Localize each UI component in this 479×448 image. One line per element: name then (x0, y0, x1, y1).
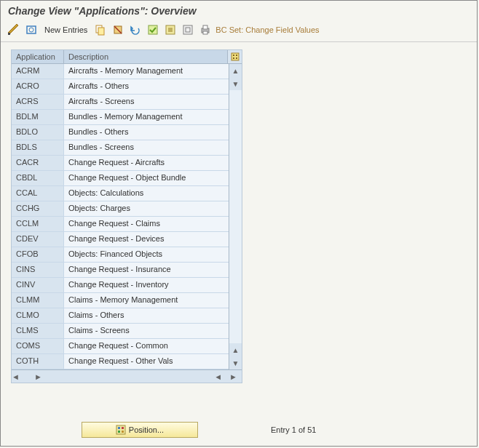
vertical-scrollbar[interactable]: ▲ ▼ ▲ ▼ (229, 64, 242, 369)
cell-description[interactable]: Claims - Memory Management (64, 293, 242, 308)
table-row[interactable]: ACROAircrafts - Others (12, 79, 242, 95)
table-row[interactable]: CLMMClaims - Memory Management (12, 293, 242, 308)
svg-rect-6 (149, 25, 157, 34)
footer-bar: Position... Entry 1 of 51 (0, 422, 479, 438)
table-row[interactable]: CACRChange Request - Aircrafts (12, 156, 242, 171)
undo-icon[interactable] (128, 23, 143, 37)
horizontal-scrollbar[interactable]: ◄ ► ◄ ► (12, 369, 242, 383)
table-row[interactable]: CDEVChange Request - Devices (12, 232, 242, 247)
svg-rect-18 (236, 57, 237, 59)
cell-description[interactable]: Claims - Others (64, 308, 242, 323)
scroll-down-icon[interactable]: ▼ (229, 356, 242, 369)
cell-application[interactable]: CCLM (12, 217, 64, 231)
svg-rect-23 (122, 431, 124, 433)
table-row[interactable]: CCLMChange Request - Claims (12, 217, 242, 232)
svg-rect-20 (118, 427, 120, 429)
cell-description[interactable]: Aircrafts - Memory Management (64, 64, 242, 79)
table-row[interactable]: CFOBObjects: Financed Objects (12, 247, 242, 263)
table-row[interactable]: COTHChange Request - Other Vals (12, 354, 242, 369)
cell-description[interactable]: Bundles - Memory Management (64, 110, 242, 124)
print-icon[interactable] (198, 23, 213, 37)
cell-application[interactable]: BDLS (12, 140, 64, 155)
cell-description[interactable]: Change Request - Common (64, 339, 242, 353)
cell-description[interactable]: Change Request - Claims (64, 217, 242, 231)
cell-description[interactable]: Objects: Calculations (64, 186, 242, 201)
table-row[interactable]: CLMSClaims - Screens (12, 324, 242, 339)
cell-description[interactable]: Change Request - Devices (64, 232, 242, 247)
table-row[interactable]: ACRMAircrafts - Memory Management (12, 64, 242, 79)
display-change-icon[interactable] (7, 23, 21, 37)
table-row[interactable]: CCALObjects: Calculations (12, 186, 242, 201)
svg-rect-12 (203, 25, 207, 29)
svg-rect-17 (233, 57, 234, 59)
cell-description[interactable]: Change Request - Inventory (64, 278, 242, 292)
cell-description[interactable]: Objects: Charges (64, 201, 242, 216)
cell-application[interactable]: CDEV (12, 232, 64, 247)
cell-application[interactable]: COMS (12, 339, 64, 353)
table-row[interactable]: BDLOBundles - Others (12, 125, 242, 140)
cell-description[interactable]: Bundles - Others (64, 125, 242, 140)
svg-rect-16 (236, 55, 237, 56)
cell-description[interactable]: Change Request - Insurance (64, 263, 242, 277)
scroll-left-icon[interactable]: ◄ (12, 372, 20, 381)
select-block-icon[interactable] (163, 23, 178, 37)
cell-application[interactable]: CLMM (12, 293, 64, 308)
svg-rect-15 (233, 55, 234, 56)
cell-description[interactable]: Bundles - Screens (64, 140, 242, 155)
cell-application[interactable]: ACRM (12, 64, 64, 79)
cell-description[interactable]: Aircrafts - Screens (64, 95, 242, 109)
table-row[interactable]: BDLSBundles - Screens (12, 140, 242, 156)
bc-set-button[interactable]: BC Set: Change Field Values (215, 25, 319, 34)
table-row[interactable]: CINSChange Request - Insurance (12, 263, 242, 278)
table-row[interactable]: CBDLChange Request - Object Bundle (12, 171, 242, 186)
scroll-track[interactable] (229, 90, 242, 343)
table-row[interactable]: ACRSAircrafts - Screens (12, 95, 242, 110)
cell-application[interactable]: BDLO (12, 125, 64, 140)
delete-icon[interactable] (111, 23, 125, 37)
cell-description[interactable]: Objects: Financed Objects (64, 247, 242, 262)
cell-application[interactable]: CINV (12, 278, 64, 292)
cell-application[interactable]: BDLM (12, 110, 64, 124)
cell-application[interactable]: COTH (12, 354, 64, 369)
cell-application[interactable]: CINS (12, 263, 64, 277)
cell-description[interactable]: Change Request - Object Bundle (64, 171, 242, 185)
copy-icon[interactable] (93, 23, 108, 37)
cell-application[interactable]: CBDL (12, 171, 64, 185)
table-row[interactable]: BDLMBundles - Memory Management (12, 110, 242, 125)
svg-rect-13 (203, 31, 207, 34)
table-row[interactable]: COMSChange Request - Common (12, 339, 242, 354)
scroll-right2-icon[interactable]: ► (229, 372, 237, 381)
svg-rect-22 (118, 431, 120, 433)
table-row[interactable]: CINVChange Request - Inventory (12, 278, 242, 293)
col-header-description[interactable]: Description (64, 50, 227, 63)
scroll-right-icon[interactable]: ► (34, 372, 42, 381)
new-entries-button[interactable]: New Entries (44, 25, 87, 34)
svg-point-2 (29, 28, 33, 32)
svg-rect-0 (8, 33, 10, 35)
cell-application[interactable]: CCAL (12, 186, 64, 201)
cell-description[interactable]: Change Request - Other Vals (64, 354, 242, 369)
other-view-icon[interactable] (24, 23, 39, 37)
table-row[interactable]: CCHGObjects: Charges (12, 201, 242, 217)
table-settings-icon[interactable] (227, 50, 242, 63)
scroll-down-small-icon[interactable]: ▼ (229, 77, 242, 90)
cell-application[interactable]: ACRS (12, 95, 64, 109)
cell-description[interactable]: Change Request - Aircrafts (64, 156, 242, 170)
deselect-all-icon[interactable] (181, 23, 195, 37)
col-header-application[interactable]: Application (12, 50, 64, 63)
scroll-up-icon[interactable]: ▲ (229, 64, 242, 77)
scroll-up-small-icon[interactable]: ▲ (229, 343, 242, 356)
svg-rect-9 (183, 25, 192, 34)
position-button[interactable]: Position... (82, 422, 198, 438)
select-all-icon[interactable] (146, 23, 160, 37)
scroll-left2-icon[interactable]: ◄ (214, 372, 222, 381)
cell-application[interactable]: CFOB (12, 247, 64, 262)
cell-application[interactable]: CLMO (12, 308, 64, 323)
cell-description[interactable]: Aircrafts - Others (64, 79, 242, 94)
cell-application[interactable]: ACRO (12, 79, 64, 94)
cell-application[interactable]: CACR (12, 156, 64, 170)
cell-description[interactable]: Claims - Screens (64, 324, 242, 338)
cell-application[interactable]: CCHG (12, 201, 64, 216)
table-row[interactable]: CLMOClaims - Others (12, 308, 242, 324)
cell-application[interactable]: CLMS (12, 324, 64, 338)
